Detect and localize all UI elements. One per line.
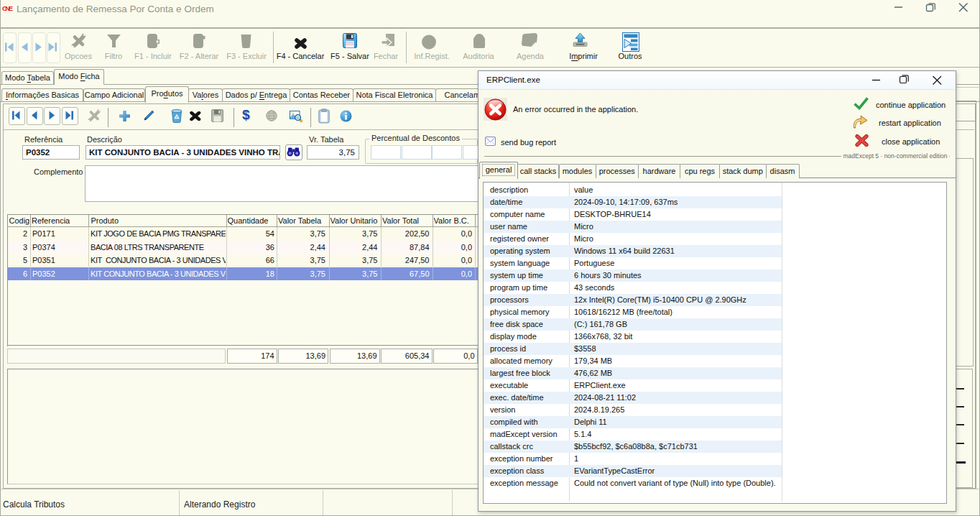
svg-text:CNE: CNE — [2, 4, 13, 12]
